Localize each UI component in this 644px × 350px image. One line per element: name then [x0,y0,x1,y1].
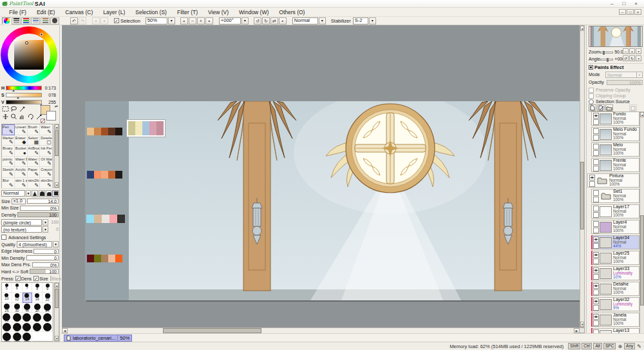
tool-ink-pen[interactable]: Ink Pen✎ [40,146,53,157]
layer-row-meio-fundo[interactable]: Meio FundoNormal100% [591,127,639,141]
layer-secondary-toggle[interactable] [593,197,599,202]
tool-airbrush[interactable]: AirBrush✎ [28,146,41,157]
tool-skin3tree[interactable]: skin3tree✎ [40,178,53,189]
tool-blur[interactable]: Blur✎ [2,178,15,189]
nav-zoom-reset-button[interactable]: ▪ [636,48,641,54]
preset-size-450[interactable]: 450 [12,332,23,342]
lasso-tool-icon[interactable] [10,105,18,113]
window-close-button[interactable]: × [634,1,638,6]
paint-mode-dropdown-arrow[interactable]: ▾ [319,17,326,24]
layer-secondary-toggle[interactable] [593,150,599,156]
paint-mode-dropdown[interactable]: Normal [292,17,318,24]
paints-effect-header[interactable]: Paints Effect [589,64,623,70]
canvas-viewport[interactable]: ▲ ▼ ◀ ▶ [61,25,585,333]
preset-size-30[interactable]: 30 [12,303,23,313]
nav-zoom-in-button[interactable]: + [629,48,635,54]
menu-filter[interactable]: Filter (T) [172,9,203,15]
flip-h-button[interactable]: ⇄ [270,17,278,24]
tool-water-9[interactable]: Water 9✎ [15,157,28,168]
brush-blend-mode-dropdown[interactable]: Normal [1,190,25,197]
preset-size-25[interactable]: 25 [2,303,12,313]
deselect-button[interactable]: ▪ [92,17,100,24]
layer-row-meio[interactable]: MeioNormal100% [591,142,639,157]
doc-restore-button[interactable]: □ [627,9,634,15]
hsv-sliders-tab-icon[interactable] [21,17,30,24]
press-dens-checkbox[interactable]: ✓ [15,276,21,281]
layer-secondary-toggle[interactable] [593,274,599,280]
menu-edit[interactable]: Edit (E) [32,9,60,15]
nav-rotate-ccw-button[interactable]: ↺ [623,55,629,61]
stabilizer-dropdown-arrow[interactable]: ▾ [369,17,376,24]
layer-visibility-toggle[interactable] [593,237,599,242]
undo-button[interactable]: ↶ [70,17,78,24]
layer-secondary-toggle[interactable] [593,166,599,171]
doc-minimize-button[interactable]: – [619,9,626,15]
layer-secondary-toggle[interactable] [593,305,599,311]
nav-zoom-out-button[interactable]: − [623,48,629,54]
min-size-slider[interactable]: 0% [20,206,59,211]
hue-ring-marker[interactable] [40,33,43,36]
navigator-zoom-slider[interactable] [600,52,613,53]
menu-layer[interactable]: Layer (L) [98,9,130,15]
max-dens-slider[interactable]: 0% [32,262,59,267]
swap-colors-icon[interactable]: ⇄ [55,104,58,108]
press-size-checkbox[interactable]: ✓ [33,276,39,281]
preset-size-50[interactable]: 50 [43,303,53,313]
canvas-hscroll-thumb[interactable] [163,328,261,333]
layer-opacity-slider[interactable]: 100% [607,80,643,85]
zoom-reset-button[interactable]: ▪ [180,17,188,24]
layer-visibility-toggle[interactable] [593,144,599,150]
magic-wand-tool-icon[interactable] [18,105,26,113]
zoom-fit-button[interactable]: ▪ [205,17,213,24]
preset-size-10[interactable]: 10 [2,293,12,302]
tool-marker[interactable]: Marker✎ [2,135,15,146]
tool-pen[interactable]: Pen✎ [2,124,15,135]
preset-size-7[interactable]: 7 [23,283,33,293]
layer-visibility-toggle[interactable] [593,128,599,134]
tool-water-10[interactable]: Water 10✎ [28,157,41,168]
rotate-cw-button[interactable]: ↻ [262,17,270,24]
color-wheel-tab-icon[interactable] [2,17,11,24]
layers-scroll-thumb[interactable] [640,215,644,306]
new-layer-button[interactable] [589,104,596,112]
selection-visibility-checkbox[interactable]: ✓ [114,18,119,23]
preset-size-100[interactable]: 100 [32,313,43,322]
layer-row-layer33[interactable]: Layer33Luminosity10% [591,266,639,280]
preset-size-6[interactable]: 6 [12,283,23,293]
layer-row-layer34[interactable]: Layer34Normal44% [591,235,639,249]
layer-mode-dropdown[interactable]: Normal▾ [605,72,643,78]
preset-size-8[interactable]: 8 [32,283,43,293]
preset-size-400[interactable]: 400 [2,332,12,342]
selection-source-radio[interactable] [589,99,594,104]
tool-binary[interactable]: Binary✎ [2,146,15,157]
layer-visibility-toggle[interactable] [593,206,599,211]
tool-pointu[interactable]: pointu✎ [2,157,15,168]
layer-visibility-toggle[interactable] [593,267,599,273]
window-maximize-button[interactable]: □ [622,1,625,6]
preset-size-150[interactable]: 150 [2,322,12,332]
paints-effect-toggle-icon[interactable] [589,65,593,70]
preset-size-500[interactable]: 500 [23,332,33,342]
tool-water[interactable]: Water✎ [40,124,53,135]
brush-texture-dropdown[interactable]: (no texture) [1,226,42,233]
tool-select[interactable]: Select▦ [28,135,41,146]
layer-row-layer32[interactable]: Layer32Luminosity9% [591,297,639,311]
layer-secondary-toggle[interactable] [593,289,599,295]
brush-edge-sharp-button[interactable] [32,190,38,197]
layer-secondary-toggle[interactable] [593,243,599,249]
preset-size-40[interactable]: 40 [32,303,43,313]
layer-secondary-toggle[interactable] [593,135,599,141]
tool-paper[interactable]: Paper✎ [28,167,41,178]
hue-slider[interactable] [6,86,42,90]
presets-scroll-thumb[interactable] [55,289,59,308]
layer-row-layer4[interactable]: Layer4Normal100% [591,220,639,234]
advanced-settings-toggle[interactable] [1,235,6,240]
redo-button[interactable]: ↷ [79,17,86,24]
rotate-view-tool-icon[interactable] [26,113,35,121]
hand-tool-icon[interactable] [18,113,26,121]
brush-shape-arrow[interactable]: ▾ [43,219,48,226]
quality-arrow[interactable]: ▾ [53,241,59,248]
color-wheel[interactable] [1,26,57,83]
brush-texture-arrow[interactable]: ▾ [43,226,48,233]
layer-visibility-toggle[interactable] [593,190,599,196]
